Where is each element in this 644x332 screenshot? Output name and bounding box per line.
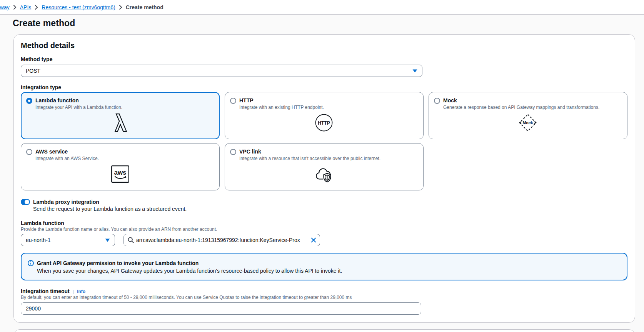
method-details-card: Method details Method type POST Integrat… bbox=[13, 34, 635, 323]
tile-label: Mock bbox=[443, 97, 457, 104]
radio-lambda-function[interactable] bbox=[26, 98, 32, 104]
breadcrumb-link-apis[interactable]: APIs bbox=[20, 4, 32, 10]
next-section-card bbox=[13, 329, 635, 332]
breadcrumb: API Gateway APIs Resources - test (zmv6o… bbox=[0, 4, 164, 10]
radio-mock[interactable] bbox=[434, 98, 440, 104]
method-type-label: Method type bbox=[21, 56, 627, 63]
integration-timeout-description: By default, you can enter an integration… bbox=[21, 295, 627, 300]
radio-http[interactable] bbox=[230, 98, 236, 104]
page-title: Create method bbox=[13, 18, 635, 28]
aws-service-icon: aws bbox=[111, 165, 129, 183]
tile-lambda-function[interactable]: Lambda function Integrate your API with … bbox=[21, 92, 220, 139]
lambda-proxy-toggle[interactable] bbox=[21, 199, 30, 205]
integration-timeout-field: Integration timeout | Info By default, y… bbox=[21, 288, 627, 315]
breadcrumb-current: Create method bbox=[126, 4, 164, 10]
breadcrumb-link-api-gateway[interactable]: API Gateway bbox=[0, 4, 10, 10]
lambda-proxy-field: Lambda proxy integration Send the reques… bbox=[21, 199, 627, 212]
info-icon bbox=[28, 260, 34, 266]
integration-type-field: Integration type Lambda function Integra… bbox=[21, 84, 627, 190]
search-icon bbox=[128, 237, 134, 243]
lambda-icon bbox=[113, 113, 127, 132]
mock-icon: Mock bbox=[518, 113, 537, 132]
clear-icon[interactable] bbox=[311, 237, 316, 243]
tile-description: Integrate your API with a Lambda functio… bbox=[35, 104, 214, 110]
alert-title: Grant API Gateway permission to invoke y… bbox=[37, 259, 342, 267]
tile-label: HTTP bbox=[239, 97, 254, 104]
chevron-right-icon bbox=[13, 5, 17, 10]
lambda-function-field: Lambda function Provide the Lambda funct… bbox=[21, 220, 627, 246]
lambda-proxy-label: Lambda proxy integration bbox=[33, 199, 99, 205]
http-icon: HTTP bbox=[315, 114, 333, 132]
label-divider: | bbox=[73, 289, 74, 294]
tile-label: VPC link bbox=[239, 148, 261, 155]
svg-text:aws: aws bbox=[114, 169, 126, 176]
tile-description: Integrate with an existing HTTP endpoint… bbox=[239, 104, 418, 110]
radio-aws-service[interactable] bbox=[26, 149, 32, 155]
tile-description: Generate a response based on API Gateway… bbox=[443, 104, 622, 110]
tile-label: Lambda function bbox=[35, 97, 79, 104]
tile-label: AWS service bbox=[35, 148, 68, 155]
tile-vpc-link[interactable]: VPC link Integrate with a resource that … bbox=[225, 143, 424, 190]
method-type-field: Method type POST bbox=[21, 56, 627, 77]
tile-http[interactable]: HTTP Integrate with an existing HTTP end… bbox=[225, 92, 424, 139]
lambda-function-description: Provide the Lambda function name or alia… bbox=[21, 227, 627, 232]
lambda-function-label: Lambda function bbox=[21, 220, 627, 227]
integration-type-label: Integration type bbox=[21, 84, 627, 91]
integration-type-tiles: Lambda function Integrate your API with … bbox=[21, 92, 627, 190]
tile-description: Integrate with a resource that isn't acc… bbox=[239, 155, 418, 162]
tile-mock[interactable]: Mock Generate a response based on API Ga… bbox=[429, 92, 627, 139]
method-type-selected-value: POST bbox=[26, 68, 40, 74]
region-select[interactable]: eu-north-1 bbox=[21, 234, 115, 246]
permission-info-alert: Grant API Gateway permission to invoke y… bbox=[21, 253, 627, 280]
info-link[interactable]: Info bbox=[77, 289, 85, 294]
tile-description: Integrate with an AWS Service. bbox=[35, 155, 214, 162]
content-area: Create method Method details Method type… bbox=[0, 18, 644, 332]
svg-text:Mock: Mock bbox=[523, 120, 533, 125]
lambda-arn-input[interactable] bbox=[136, 237, 309, 243]
lambda-arn-search bbox=[123, 234, 320, 246]
vpc-link-icon bbox=[315, 165, 333, 183]
region-selected-value: eu-north-1 bbox=[26, 237, 51, 243]
caret-down-icon bbox=[105, 239, 110, 242]
lambda-proxy-description: Send the request to your Lambda function… bbox=[33, 205, 627, 212]
breadcrumb-bar: API Gateway APIs Resources - test (zmv6o… bbox=[0, 0, 644, 15]
method-type-select[interactable]: POST bbox=[21, 65, 422, 77]
alert-text: When you save your changes, API Gateway … bbox=[37, 267, 342, 275]
method-details-heading: Method details bbox=[21, 41, 627, 50]
chevron-right-icon bbox=[35, 5, 38, 10]
svg-text:HTTP: HTTP bbox=[318, 120, 330, 126]
tile-aws-service[interactable]: AWS service Integrate with an AWS Servic… bbox=[21, 143, 220, 190]
breadcrumb-link-resources[interactable]: Resources - test (zmv6ogttm6) bbox=[42, 4, 115, 10]
chevron-right-icon bbox=[119, 5, 122, 10]
integration-timeout-input[interactable] bbox=[21, 302, 421, 315]
caret-down-icon bbox=[412, 69, 417, 73]
radio-vpc-link[interactable] bbox=[230, 149, 236, 155]
integration-timeout-label: Integration timeout bbox=[21, 288, 70, 295]
